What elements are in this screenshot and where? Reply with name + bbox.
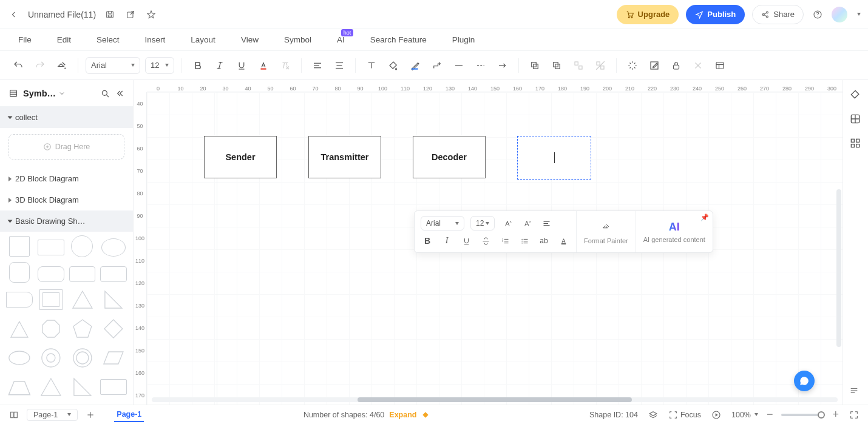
- menu-ai[interactable]: AIhot: [337, 35, 345, 44]
- arrow-style-icon[interactable]: [494, 57, 511, 74]
- avatar[interactable]: [832, 7, 847, 22]
- float-bold-icon[interactable]: B: [421, 234, 434, 247]
- menu-view[interactable]: View: [241, 35, 259, 44]
- shape-rect[interactable]: [38, 240, 64, 255]
- underline-icon[interactable]: [233, 57, 250, 74]
- menu-file[interactable]: File: [18, 35, 32, 44]
- sidebar-section-basic[interactable]: Basic Drawing Sh…: [0, 210, 133, 232]
- zoom-slider[interactable]: [781, 414, 824, 416]
- canvas-vscroll[interactable]: [836, 189, 841, 347]
- float-ai-icon[interactable]: AI: [669, 221, 680, 234]
- float-font-select[interactable]: Arial: [421, 216, 464, 231]
- sidebar-section-collect[interactable]: collect: [0, 107, 133, 128]
- tools-icon[interactable]: [690, 57, 707, 74]
- shape-framed-rect[interactable]: [38, 288, 64, 312]
- float-strike-icon[interactable]: [479, 234, 492, 247]
- shape-octagon[interactable]: [38, 317, 64, 341]
- shape-rsquare[interactable]: [9, 262, 30, 283]
- float-font-increase-icon[interactable]: [501, 217, 514, 230]
- lock-icon[interactable]: [668, 57, 685, 74]
- float-format-painter-icon[interactable]: [598, 219, 614, 235]
- line-dash-icon[interactable]: [472, 57, 489, 74]
- node-transmitter[interactable]: Transmitter: [308, 136, 381, 178]
- shape-parallelogram[interactable]: [100, 346, 127, 370]
- help-icon[interactable]: [811, 8, 824, 21]
- font-size-select[interactable]: 12: [145, 57, 174, 74]
- node-editing[interactable]: [517, 136, 591, 180]
- chat-fab[interactable]: [794, 371, 815, 391]
- menu-search[interactable]: Search Feature: [370, 35, 427, 44]
- menu-select[interactable]: Select: [97, 35, 120, 44]
- text-tool-icon[interactable]: [363, 57, 380, 74]
- zoom-out-button[interactable]: −: [767, 408, 773, 421]
- line-color-icon[interactable]: [407, 57, 424, 74]
- star-icon[interactable]: [144, 8, 158, 21]
- shape-donut2[interactable]: [69, 346, 96, 370]
- layers-icon[interactable]: [646, 408, 660, 422]
- expand-link[interactable]: Expand: [389, 411, 416, 419]
- ungroup-icon[interactable]: [592, 57, 609, 74]
- shape-circle[interactable]: [71, 235, 93, 257]
- shape-tab[interactable]: [6, 292, 33, 308]
- beautify-icon[interactable]: [624, 57, 641, 74]
- search-icon[interactable]: [100, 89, 110, 98]
- line-style-icon[interactable]: [450, 57, 467, 74]
- clear-format-icon[interactable]: [277, 57, 294, 74]
- float-list-ol-icon[interactable]: 12: [498, 234, 512, 247]
- account-menu-caret[interactable]: [857, 13, 861, 16]
- align-h-icon[interactable]: [309, 57, 326, 74]
- shape-pentagon[interactable]: [69, 317, 96, 341]
- pin-icon[interactable]: 📌: [700, 214, 709, 221]
- redo-icon[interactable]: [32, 57, 49, 74]
- data-icon[interactable]: [711, 57, 728, 74]
- font-color-icon[interactable]: [255, 57, 272, 74]
- zoom-in-button[interactable]: +: [832, 408, 839, 421]
- shape-rrect[interactable]: [38, 266, 64, 282]
- shape-tri4[interactable]: [69, 375, 96, 399]
- shape-rrect2[interactable]: [69, 266, 96, 282]
- publish-button[interactable]: Publish: [686, 5, 745, 24]
- menu-layout[interactable]: Layout: [191, 35, 215, 44]
- edit-shape-icon[interactable]: [646, 57, 663, 74]
- collapse-sidebar-icon[interactable]: [115, 89, 124, 98]
- italic-icon[interactable]: [211, 57, 228, 74]
- drag-here-dropzone[interactable]: Drag Here: [8, 134, 124, 160]
- float-italic-icon[interactable]: I: [440, 234, 453, 247]
- shape-diamond[interactable]: [100, 317, 127, 341]
- menu-edit[interactable]: Edit: [57, 35, 71, 44]
- float-font-decrease-icon[interactable]: [520, 217, 534, 230]
- float-size-select[interactable]: 12: [470, 216, 495, 231]
- font-select[interactable]: Arial: [86, 57, 140, 74]
- align-v-icon[interactable]: [331, 57, 348, 74]
- shape-ellipse2[interactable]: [6, 346, 33, 370]
- canvas-menu-icon[interactable]: [846, 383, 862, 399]
- float-list-ul-icon[interactable]: [518, 234, 531, 247]
- shape-triangle[interactable]: [69, 288, 96, 312]
- upgrade-button[interactable]: Upgrade: [617, 5, 679, 24]
- undo-icon[interactable]: [10, 57, 27, 74]
- menu-symbol[interactable]: Symbol: [284, 35, 311, 44]
- open-external-icon[interactable]: [124, 8, 137, 21]
- canvas[interactable]: Sender Transmitter Decoder 📌 Arial 12: [147, 92, 843, 405]
- shape-ellipse[interactable]: [101, 238, 126, 257]
- behind-icon[interactable]: [526, 57, 543, 74]
- sidebar-section-2d[interactable]: 2D Block Diagram: [0, 168, 133, 189]
- active-page-tab[interactable]: Page-1: [114, 408, 144, 422]
- float-underline-icon[interactable]: [459, 234, 473, 247]
- node-sender[interactable]: Sender: [204, 136, 277, 178]
- shape-rtriangle[interactable]: [100, 288, 127, 312]
- bold-icon[interactable]: [189, 57, 206, 74]
- format-painter-icon[interactable]: [53, 57, 70, 74]
- menu-plugin[interactable]: Plugin: [452, 35, 475, 44]
- front-icon[interactable]: [548, 57, 565, 74]
- rail-insert-icon[interactable]: [849, 113, 863, 126]
- add-page-button[interactable]: [84, 408, 97, 422]
- connector-icon[interactable]: [429, 57, 446, 74]
- rail-fill-icon[interactable]: [849, 89, 863, 102]
- focus-button[interactable]: Focus: [668, 410, 701, 420]
- fullscreen-icon[interactable]: [847, 408, 861, 422]
- shape-square[interactable]: [9, 236, 30, 257]
- share-button[interactable]: Share: [752, 5, 804, 24]
- back-icon[interactable]: [7, 8, 21, 21]
- float-font-color-icon[interactable]: [557, 234, 570, 247]
